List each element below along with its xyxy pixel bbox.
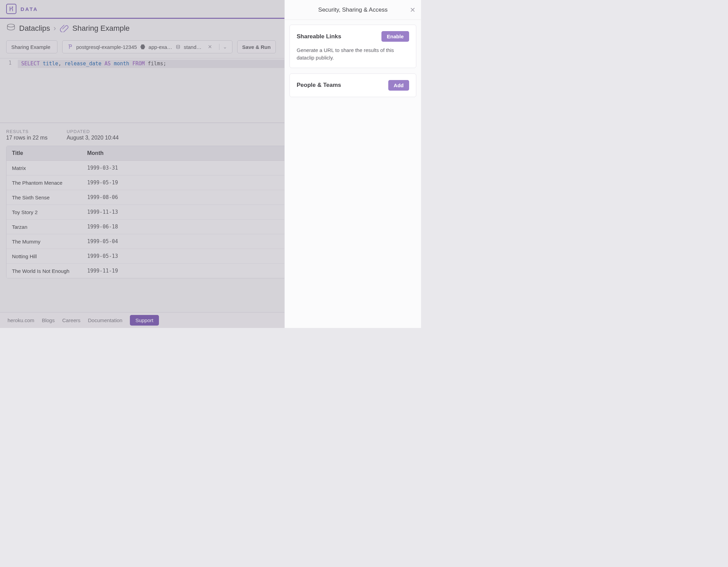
people-teams-title: People & Teams [297, 82, 341, 89]
add-button[interactable]: Add [388, 80, 409, 91]
chevron-down-icon[interactable]: ⌄ [219, 44, 227, 50]
cell-title: Tarzan [6, 220, 82, 234]
results-summary: 17 rows in 22 ms [6, 135, 48, 141]
dataclips-icon [6, 23, 16, 34]
shareable-links-card: Shareable Links Enable Generate a URL to… [289, 25, 416, 68]
cell-title: The Phantom Menace [6, 175, 82, 190]
cell-title: The World Is Not Enough [6, 264, 82, 278]
results-label: RESULTS [6, 129, 48, 134]
heroku-logo-icon[interactable] [6, 4, 16, 14]
footer-link[interactable]: Documentation [88, 317, 122, 323]
breadcrumb-current: Sharing Example [72, 24, 130, 33]
app-hex-icon [140, 44, 145, 49]
cell-title: Matrix [6, 161, 82, 175]
dataclip-icon [59, 23, 69, 34]
cell-title: Toy Story 2 [6, 205, 82, 220]
chevron-right-icon: › [53, 24, 56, 33]
updated-value: August 3, 2020 10:44 [67, 135, 119, 141]
cell-title: The Mummy [6, 234, 82, 249]
support-button[interactable]: Support [130, 315, 159, 326]
column-header-title[interactable]: Title [6, 146, 82, 161]
stack-icon [176, 44, 180, 49]
close-icon[interactable]: ✕ [410, 6, 416, 14]
enable-button[interactable]: Enable [381, 31, 409, 42]
title-input[interactable]: Sharing Example [6, 40, 57, 53]
cell-title: Notting Hill [6, 249, 82, 264]
postgres-icon [67, 44, 73, 50]
datasource-select[interactable]: postgresql-example-12345 app-exa… stand…… [62, 40, 232, 53]
people-teams-card: People & Teams Add [289, 74, 416, 97]
footer-link[interactable]: heroku.com [8, 317, 34, 323]
updated-label: UPDATED [67, 129, 119, 134]
save-run-button[interactable]: Save & Run [237, 40, 276, 53]
cell-title: The Sixth Sense [6, 190, 82, 205]
shareable-links-desc: Generate a URL to share the results of t… [297, 47, 409, 62]
breadcrumb-root[interactable]: Dataclips [19, 24, 50, 33]
line-number: 1 [0, 60, 18, 66]
clear-datasource-icon[interactable]: ✕ [208, 44, 212, 50]
svg-point-0 [176, 45, 179, 47]
footer-link[interactable]: Blogs [42, 317, 55, 323]
sharing-panel: Security, Sharing & Access ✕ Shareable L… [284, 0, 421, 328]
brand-label: DATA [21, 6, 38, 12]
panel-title: Security, Sharing & Access [318, 6, 388, 13]
footer-link[interactable]: Careers [62, 317, 80, 323]
shareable-links-title: Shareable Links [297, 33, 341, 40]
